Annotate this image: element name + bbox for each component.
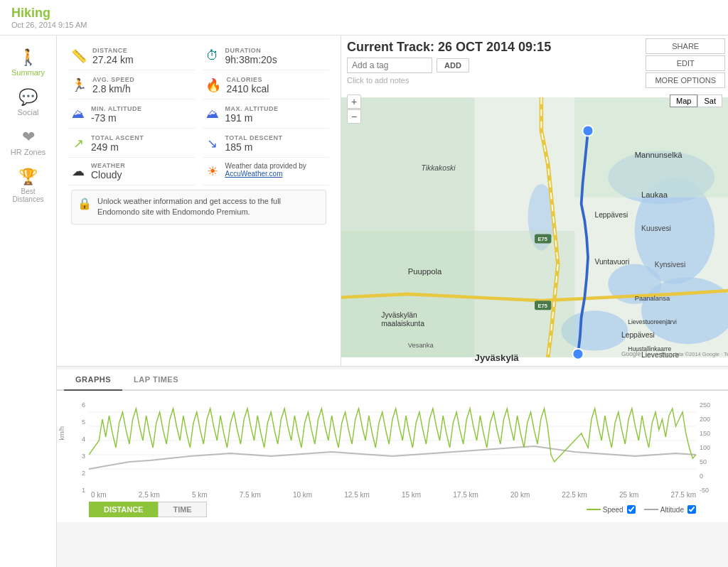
max-alt-value: 191 m <box>225 112 279 124</box>
weather-value: Cloudy <box>91 169 125 180</box>
sidebar-label-social: Social <box>18 108 39 117</box>
sidebar-item-social[interactable]: 💬 Social <box>0 82 56 122</box>
calories-label: CALORIES <box>227 76 269 83</box>
svg-text:Laukaa: Laukaa <box>641 190 668 199</box>
svg-point-15 <box>572 349 583 360</box>
altitude-legend-check[interactable] <box>687 505 696 514</box>
add-tag-button[interactable]: ADD <box>437 58 469 72</box>
speed-legend-check[interactable] <box>627 505 636 514</box>
svg-text:Kuusvesi: Kuusvesi <box>641 225 671 232</box>
stat-duration: ⏱ DURATION 9h:38m:20s <box>203 43 330 70</box>
tab-graphs[interactable]: GRAPHS <box>64 369 122 391</box>
tab-lap-times[interactable]: LAP TIMES <box>122 369 190 391</box>
stat-distance: 📏 DISTANCE 27.24 km <box>68 43 196 70</box>
weather-row: ☁ WEATHER Cloudy ☀ Weather data provided… <box>68 158 329 185</box>
svg-rect-8 <box>574 97 728 198</box>
calories-value: 2410 kcal <box>227 83 269 94</box>
svg-text:Vuntavuori: Vuntavuori <box>594 258 629 266</box>
svg-text:Leppävesi: Leppävesi <box>594 211 628 219</box>
zoom-controls: + − <box>347 94 361 124</box>
speed-legend-line <box>587 509 601 510</box>
graph-buttons: DISTANCE TIME <box>89 502 207 517</box>
duration-value: 9h:38m:20s <box>225 54 277 65</box>
svg-text:Jyväskylä: Jyväskylä <box>475 352 520 363</box>
ascent-label: TOTAL ASCENT <box>91 134 144 141</box>
map-svg: E75 E75 Tikkakoski Ma <box>341 89 728 366</box>
map-view-button[interactable]: Map <box>670 94 697 107</box>
satellite-view-button[interactable]: Sat <box>697 94 722 107</box>
calories-icon: 🔥 <box>205 77 221 93</box>
stat-min-altitude: ⛰ MIN. ALTITUDE -73 m <box>68 101 196 129</box>
svg-point-14 <box>583 125 594 136</box>
stat-avg-speed: 🏃 AVG. SPEED 2.8 km/h <box>68 72 196 99</box>
altitude-legend-label: Altitude <box>660 506 684 514</box>
weather-lock-text: Unlock weather information and get acces… <box>97 196 320 218</box>
max-alt-icon: ⛰ <box>205 107 220 122</box>
sidebar-item-summary[interactable]: 🚶 Summary <box>0 43 56 82</box>
distance-button[interactable]: DISTANCE <box>89 502 158 517</box>
altitude-legend-line <box>644 509 658 510</box>
ascent-value: 249 m <box>91 141 144 153</box>
weather-lock-banner: 🔒 Unlock weather information and get acc… <box>71 190 326 225</box>
more-options-button[interactable]: MORE OPTIONS <box>646 72 725 88</box>
graphs-tabs: GRAPHS LAP TIMES <box>57 369 728 391</box>
max-alt-label: MAX. ALTITUDE <box>225 105 279 112</box>
accu-link[interactable]: AccuWeather.com <box>225 170 283 178</box>
descent-value: 185 m <box>225 141 283 153</box>
lock-icon: 🔒 <box>77 196 92 212</box>
svg-text:Leppävesi: Leppävesi <box>621 331 655 339</box>
duration-label: DURATION <box>225 47 277 54</box>
edit-button[interactable]: EDIT <box>646 55 725 71</box>
stats-grid: 📏 DISTANCE 27.24 km ⏱ DURATION 9h:38m:20… <box>68 43 329 158</box>
accu-value: Weather data provided by AccuWeather.com <box>225 162 327 178</box>
main-layout: 🚶 Summary 💬 Social ❤ HR Zones 🏆 BestDist… <box>0 36 728 567</box>
sidebar-item-hr-zones[interactable]: ❤ HR Zones <box>0 122 56 162</box>
svg-text:Google: Google <box>621 350 641 357</box>
distance-icon: 📏 <box>71 48 87 64</box>
x-axis: 0 km 2.5 km 5 km 7.5 km 10 km 12.5 km 15… <box>64 490 721 499</box>
weather-label: WEATHER <box>91 162 125 169</box>
svg-text:Lievestuoreenjärvi: Lievestuoreenjärvi <box>628 318 677 325</box>
distance-value: 27.24 km <box>92 54 134 65</box>
tag-input[interactable] <box>347 58 432 73</box>
avg-speed-value: 2.8 km/h <box>92 83 134 94</box>
notes-field[interactable]: Click to add notes <box>347 75 551 86</box>
sidebar-item-best-distances[interactable]: 🏆 BestDistances <box>0 162 56 209</box>
svg-text:Mannunselkä: Mannunselkä <box>635 151 683 159</box>
svg-text:E75: E75 <box>538 303 547 309</box>
app-title: Hiking <box>11 6 717 21</box>
graphs-section: GRAPHS LAP TIMES 6 5 4 3 2 1 25 <box>57 369 728 522</box>
accu-icon: ☀ <box>205 163 220 179</box>
trophy-icon: 🏆 <box>18 168 38 186</box>
stat-weather-data: ☀ Weather data provided by AccuWeather.c… <box>203 158 330 185</box>
hr-icon: ❤ <box>22 128 35 146</box>
svg-text:Map data ©2014 Google · Terms : Map data ©2014 Google · Terms of Use <box>661 351 728 357</box>
app-date: Oct 26, 2014 9:15 AM <box>11 21 717 29</box>
svg-text:Jyväskylän: Jyväskylän <box>381 311 417 319</box>
speed-legend: Speed <box>587 505 636 514</box>
stat-calories: 🔥 CALORIES 2410 kcal <box>203 72 330 99</box>
stat-weather: ☁ WEATHER Cloudy <box>68 158 196 185</box>
svg-text:E75: E75 <box>538 236 547 242</box>
time-button[interactable]: TIME <box>158 502 206 517</box>
svg-text:Tikkakoski: Tikkakoski <box>422 164 456 172</box>
content-area: 📏 DISTANCE 27.24 km ⏱ DURATION 9h:38m:20… <box>57 36 728 567</box>
min-alt-value: -73 m <box>91 112 142 124</box>
graph-legend: Speed Altitude <box>587 505 696 514</box>
top-section: 📏 DISTANCE 27.24 km ⏱ DURATION 9h:38m:20… <box>57 36 728 367</box>
app-header: Hiking Oct 26, 2014 9:15 AM <box>0 0 728 36</box>
right-panel: Current Track: 26 OCT 2014 09:15 ADD Cli… <box>341 36 728 366</box>
y-axis-left: 6 5 4 3 2 1 <box>64 401 85 494</box>
map-type-toggle: Map Sat <box>670 94 722 107</box>
svg-text:Paanalansa: Paanalansa <box>635 295 670 302</box>
social-icon: 💬 <box>18 88 38 107</box>
stats-panel: 📏 DISTANCE 27.24 km ⏱ DURATION 9h:38m:20… <box>57 36 341 366</box>
weather-icon: ☁ <box>71 163 85 179</box>
duration-icon: ⏱ <box>205 48 220 63</box>
zoom-out-button[interactable]: − <box>347 109 361 124</box>
zoom-in-button[interactable]: + <box>347 94 361 109</box>
summary-icon: 🚶 <box>18 48 38 67</box>
descent-icon: ↘ <box>205 136 220 151</box>
y-axis-right: 250 200 150 100 50 0 -50 <box>700 401 721 494</box>
share-button[interactable]: SHARE <box>646 38 725 54</box>
